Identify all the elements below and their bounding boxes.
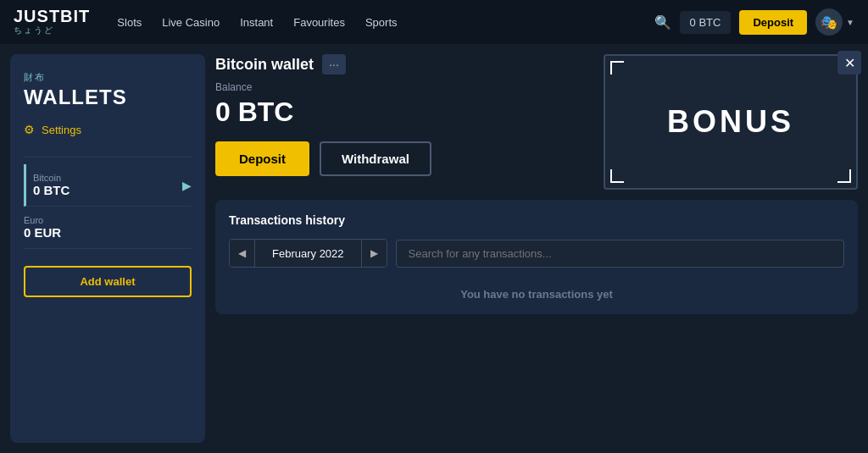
balance-amount: 0 BTC	[215, 97, 590, 128]
bonus-text: BONUS	[667, 104, 794, 140]
nav-links: SlotsLive CasinoInstantFavouritesSports	[117, 16, 633, 29]
transactions-controls: ◀ February 2022 ▶	[229, 239, 844, 268]
add-wallet-button[interactable]: Add wallet	[24, 266, 192, 297]
wallet-top-row: Bitcoin wallet ··· Balance 0 BTC Deposit…	[215, 54, 858, 190]
avatar: 🎭	[815, 8, 843, 36]
search-button[interactable]: 🔍	[654, 14, 671, 30]
corner-br	[837, 169, 851, 183]
balance-label: Balance	[215, 81, 590, 93]
no-transactions-message: You have no transactions yet	[229, 288, 844, 301]
wallet-item-euro-info: Euro 0 EUR	[24, 215, 61, 240]
corner-tl	[610, 61, 624, 75]
deposit-button[interactable]: Deposit	[215, 141, 309, 176]
nav-right: 🔍 0 BTC Deposit 🎭 ▼	[654, 8, 854, 36]
wallet-item-bitcoin-arrow: ▶	[182, 179, 192, 192]
settings-label: Settings	[42, 124, 81, 136]
wallet-item-euro[interactable]: Euro 0 EUR	[24, 207, 192, 249]
sidebar-label-small: 財布	[24, 71, 192, 84]
wallet-header-row: Bitcoin wallet ···	[215, 54, 590, 75]
nav-deposit-button[interactable]: Deposit	[739, 10, 807, 35]
wallet-item-bitcoin-info: Bitcoin 0 BTC	[33, 173, 70, 197]
withdrawal-button[interactable]: Withdrawal	[320, 141, 431, 176]
more-options-button[interactable]: ···	[322, 54, 346, 75]
wallet-item-euro-name: Euro	[24, 215, 61, 225]
transactions-header: Transactions history	[229, 213, 844, 227]
logo-text: JUSTBIT	[14, 8, 90, 25]
wallet-item-bitcoin-amount: 0 BTC	[33, 183, 70, 197]
settings-link[interactable]: ⚙ Settings	[24, 123, 192, 136]
nav-link-slots[interactable]: Slots	[117, 16, 142, 29]
date-prev-button[interactable]: ◀	[230, 240, 254, 266]
corner-bl	[610, 169, 624, 183]
main-content: ✕ 財布 WALLETS ⚙ Settings Bitcoin 0 BTC ▶ …	[0, 44, 868, 453]
wallet-item-bitcoin-name: Bitcoin	[33, 173, 70, 183]
nav-link-instant[interactable]: Instant	[240, 16, 273, 29]
top-navigation: JUSTBIT ちょうど SlotsLive CasinoInstantFavo…	[0, 0, 868, 44]
nav-link-favourites[interactable]: Favourites	[293, 16, 345, 29]
user-avatar-area[interactable]: 🎭 ▼	[815, 8, 854, 36]
gear-icon: ⚙	[24, 123, 35, 136]
sidebar: 財布 WALLETS ⚙ Settings Bitcoin 0 BTC ▶ Eu…	[10, 54, 205, 443]
wallet-item-euro-amount: 0 EUR	[24, 225, 61, 240]
action-buttons: Deposit Withdrawal	[215, 141, 590, 176]
date-next-button[interactable]: ▶	[362, 240, 387, 266]
search-transactions-input[interactable]	[396, 240, 844, 268]
close-button[interactable]: ✕	[837, 51, 861, 75]
wallet-header-title: Bitcoin wallet	[215, 56, 314, 74]
wallet-info-section: Bitcoin wallet ··· Balance 0 BTC Deposit…	[215, 54, 590, 176]
nav-link-live-casino[interactable]: Live Casino	[162, 16, 220, 29]
date-display: February 2022	[255, 240, 361, 267]
transactions-section: Transactions history ◀ February 2022 ▶ Y…	[215, 200, 858, 314]
nav-balance: 0 BTC	[680, 11, 732, 34]
logo[interactable]: JUSTBIT ちょうど	[14, 8, 90, 36]
logo-sub: ちょうど	[14, 25, 90, 36]
wallet-panel: Bitcoin wallet ··· Balance 0 BTC Deposit…	[215, 54, 858, 443]
wallet-item-bitcoin[interactable]: Bitcoin 0 BTC ▶	[24, 164, 192, 207]
sidebar-divider	[24, 157, 192, 157]
sidebar-title: WALLETS	[24, 86, 192, 109]
bonus-banner: BONUS	[604, 54, 858, 190]
date-navigator: ◀ February 2022 ▶	[229, 239, 387, 268]
chevron-down-icon: ▼	[846, 18, 854, 27]
nav-link-sports[interactable]: Sports	[365, 16, 398, 29]
